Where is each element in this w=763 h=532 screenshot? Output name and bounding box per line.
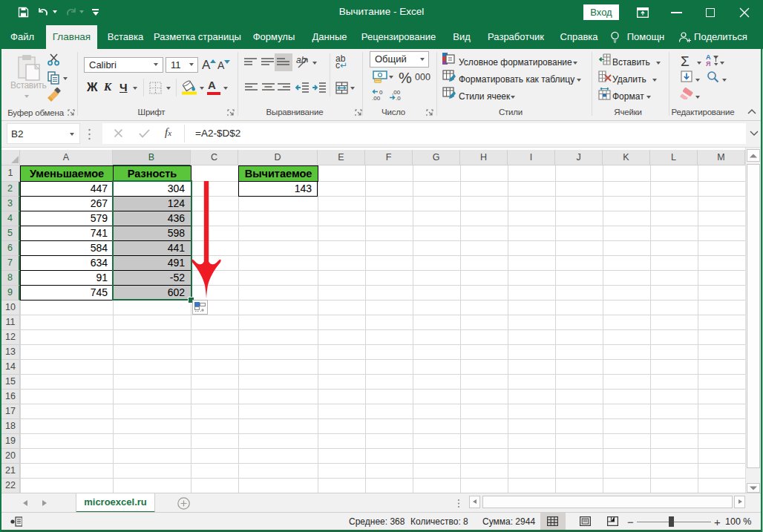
svg-text:Я: Я [706,60,710,66]
svg-text:,00: ,00 [372,95,381,101]
svg-text:,0: ,0 [396,95,401,101]
svg-text:ab: ab [296,55,307,65]
